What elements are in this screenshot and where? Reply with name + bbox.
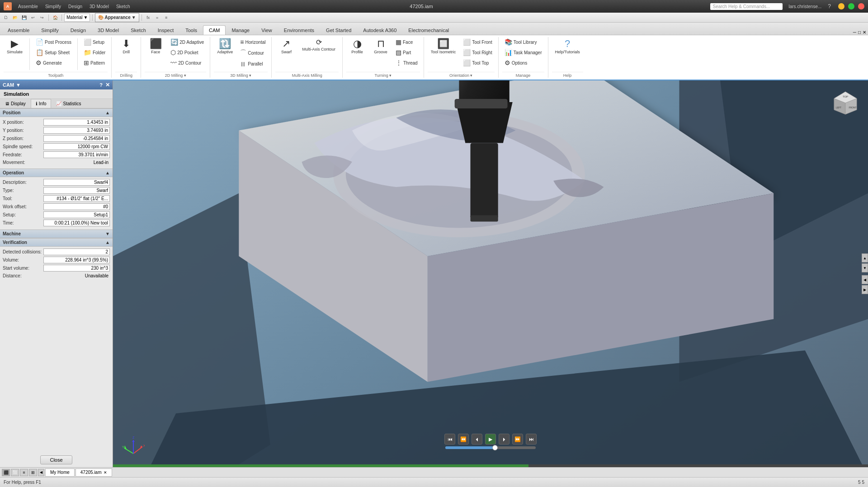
scroll-up-btn[interactable]: ▲ [862, 253, 868, 262]
section-verification-header[interactable]: Verification ▲ [0, 238, 113, 247]
btn-tool-top[interactable]: ⬜ Tool Top [461, 58, 494, 68]
open-btn[interactable]: 📂 [11, 14, 19, 22]
btn-setup[interactable]: ⬜ Setup [81, 37, 108, 47]
pb-step-back-large[interactable]: ⏪ [458, 434, 469, 445]
btn-generate[interactable]: ⚙ Generate [33, 58, 74, 68]
btn-parallel[interactable]: ⫼ Parallel [238, 59, 268, 69]
panel-dropdown-arrow[interactable]: ▼ [16, 82, 21, 88]
panel-help-btn[interactable]: ? [99, 82, 103, 88]
pb-skip-start[interactable]: ⏮ [444, 434, 455, 445]
panel-close-x[interactable]: ✕ [105, 82, 110, 88]
menu-item-design[interactable]: Design [66, 3, 85, 10]
btn-drill[interactable]: ⬇ Drill [115, 37, 137, 56]
close-btn-title[interactable] [858, 3, 864, 9]
tab-environments[interactable]: Environments [278, 25, 320, 35]
fx-btn[interactable]: fx [144, 14, 152, 22]
menu-item-3dmodel[interactable]: 3D Model [87, 3, 112, 10]
tab-inspect[interactable]: Inspect [152, 25, 179, 35]
menu-item-simplify[interactable]: Simplify [42, 3, 64, 10]
tab-display[interactable]: 🖥 Display [0, 99, 31, 108]
btn-help-tutorials[interactable]: ? Help/Tutorials [552, 37, 583, 56]
playback-slider[interactable] [445, 446, 536, 449]
btn-tool-front[interactable]: ⬜ Tool Front [461, 37, 494, 47]
btn-swarf[interactable]: ↗ Swarf [275, 37, 297, 56]
menu-item-assemble[interactable]: Assemble [15, 3, 41, 10]
save-btn[interactable]: 💾 [20, 14, 28, 22]
btn-pattern[interactable]: ⊞ Pattern [81, 58, 108, 68]
btn-groove[interactable]: ⊓ Groove [370, 37, 392, 56]
home-btn[interactable]: 🏠 [51, 14, 59, 22]
pb-step-forward-large[interactable]: ⏩ [512, 434, 523, 445]
minimize-btn[interactable] [838, 3, 844, 9]
tab-3dmodel[interactable]: 3D Model [92, 25, 125, 35]
pb-step-back[interactable]: ⏴ [472, 434, 482, 445]
btn-2d-pocket[interactable]: ⬡ 2D Pocket [168, 47, 206, 57]
tab-file-close[interactable]: ✕ [104, 470, 107, 475]
tab-my-home[interactable]: My Home [45, 468, 75, 477]
btn-task-manager[interactable]: 📊 Task Manager [502, 47, 544, 57]
scroll-down-btn[interactable]: ▼ [862, 263, 868, 272]
view-btn-4[interactable]: ⊞ [29, 469, 37, 476]
appearance-btn[interactable]: 🎨 Appearance ▼ [95, 13, 139, 22]
section-machine-header[interactable]: Machine ▼ [0, 229, 113, 238]
material-dropdown[interactable]: Material ▼ [64, 14, 90, 22]
scroll-left-btn[interactable]: ◀ [862, 275, 868, 284]
btn-multi-axis-contour[interactable]: ⟳ Multi-Axis Contour [299, 37, 339, 53]
pb-step-forward[interactable]: ⏵ [499, 434, 509, 445]
help-btn[interactable]: ? [828, 3, 831, 9]
equals-btn[interactable]: = [153, 14, 161, 22]
menu-item-sketch[interactable]: Sketch [113, 3, 133, 10]
tab-assemble[interactable]: Assemble [2, 25, 35, 35]
slider-thumb[interactable] [492, 445, 498, 450]
pb-skip-end[interactable]: ⏭ [526, 434, 537, 445]
ribbon-close[interactable]: ✕ [863, 30, 866, 35]
pb-play[interactable]: ▶ [485, 434, 496, 445]
search-box[interactable]: Search Help & Commands... [710, 3, 783, 10]
tab-statistics[interactable]: 📈 Statistics [51, 99, 86, 108]
btn-part[interactable]: ▧ Part [393, 47, 420, 57]
btn-post-process[interactable]: 📄 Post Process [33, 37, 74, 47]
tab-sketch[interactable]: Sketch [125, 25, 152, 35]
maximize-btn[interactable] [848, 3, 854, 9]
btn-thread[interactable]: ⋮ Thread [393, 58, 420, 68]
view-btn-3[interactable]: ≡ [20, 469, 28, 476]
param-btn[interactable]: ≡ [162, 14, 170, 22]
viewport[interactable]: TOP LEFT FRONT X Y Z ▲ ▼ ◀ ▶ [113, 80, 868, 467]
redo-btn[interactable]: ↪ [38, 14, 46, 22]
btn-horizontal[interactable]: ≡ Horizontal [238, 37, 268, 47]
ribbon-minimize[interactable]: ─ [853, 30, 856, 35]
scroll-right-btn[interactable]: ▶ [862, 285, 868, 294]
nav-arrow-left[interactable]: ◀ [38, 469, 44, 476]
section-operation-header[interactable]: Operation ▲ [0, 169, 113, 177]
btn-setup-sheet[interactable]: 📋 Setup Sheet [33, 47, 74, 57]
tab-get-started[interactable]: Get Started [320, 25, 357, 35]
btn-contour[interactable]: ⌒ Contour [238, 47, 268, 58]
tab-a360[interactable]: Autodesk A360 [357, 25, 402, 35]
tab-file[interactable]: 47205.iam ✕ [75, 468, 112, 477]
btn-2d-adaptive[interactable]: 🔄 2D Adaptive [168, 37, 206, 47]
tab-cam[interactable]: CAM [203, 25, 226, 35]
tab-electromechanical[interactable]: Electromechanical [402, 25, 455, 35]
tab-view[interactable]: View [255, 25, 278, 35]
undo-btn[interactable]: ↩ [29, 14, 37, 22]
btn-tool-library[interactable]: 📚 Tool Library [502, 37, 544, 47]
tab-manage[interactable]: Manage [226, 25, 255, 35]
btn-face-turn[interactable]: ▦ Face [393, 37, 420, 47]
btn-folder[interactable]: 📁 Folder [81, 47, 108, 57]
section-position-header[interactable]: Position ▲ [0, 108, 113, 117]
tab-design[interactable]: Design [65, 25, 92, 35]
view-btn-2[interactable]: ⬜ [11, 469, 19, 476]
btn-tool-isometric[interactable]: 🔲 Tool Isometric [428, 37, 459, 56]
btn-options[interactable]: ⚙ Options [502, 58, 544, 68]
close-button[interactable]: Close [40, 455, 72, 464]
tab-info[interactable]: ℹ Info [31, 99, 52, 108]
btn-adaptive[interactable]: 🔃 Adaptive [214, 37, 236, 56]
btn-profile[interactable]: ◑ Profile [346, 37, 368, 56]
btn-tool-right[interactable]: ⬜ Tool Right [461, 47, 494, 57]
btn-face[interactable]: ⬛ Face [145, 37, 166, 56]
ribbon-maximize[interactable]: □ [858, 30, 861, 35]
tab-tools[interactable]: Tools [179, 25, 203, 35]
view-cube[interactable]: TOP LEFT FRONT [832, 89, 859, 117]
btn-2d-contour[interactable]: 〰 2D Contour [168, 58, 206, 68]
new-btn[interactable]: 🗋 [2, 14, 10, 22]
